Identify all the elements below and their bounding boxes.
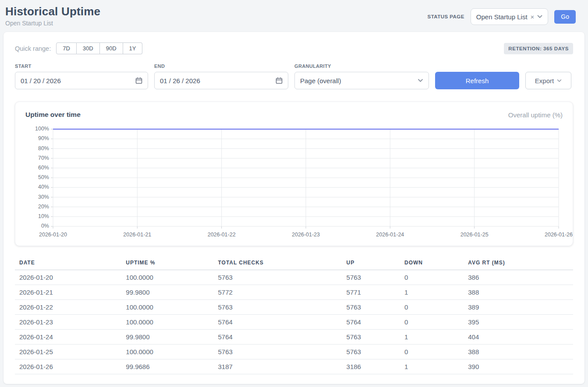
table-cell: 3186 (342, 359, 400, 374)
main-card: Quick range: 7D30D90D1Y RETENTION: 365 D… (4, 32, 584, 384)
table-cell: 99.9686 (121, 359, 213, 374)
table-row: 2026-01-22100.0000576357630389 (15, 300, 573, 315)
table-row: 2026-01-20100.0000576357630386 (15, 270, 573, 285)
table-cell: 100.0000 (121, 315, 213, 330)
svg-text:10%: 10% (38, 213, 49, 219)
chevron-down-icon (418, 79, 423, 82)
table-cell: 2026-01-23 (15, 315, 121, 330)
table-header-row: DATEUPTIME %TOTAL CHECKSUPDOWNAVG RT (MS… (15, 256, 573, 270)
svg-text:2026-01-22: 2026-01-22 (208, 232, 236, 238)
svg-text:100%: 100% (35, 126, 49, 132)
quick-range-30d[interactable]: 30D (77, 42, 100, 54)
table-cell: 5771 (342, 285, 400, 300)
uptime-chart-card: Uptime over time Overall uptime (%) 0%10… (15, 102, 573, 246)
table-cell: 2026-01-20 (15, 270, 121, 285)
table-cell: 395 (464, 315, 573, 330)
svg-text:2026-01-21: 2026-01-21 (123, 232, 151, 238)
table-cell: 5764 (342, 315, 400, 330)
page-title: Historical Uptime (5, 5, 100, 18)
start-date-field: START 01 / 20 / 2026 (15, 63, 148, 89)
calendar-icon[interactable] (135, 77, 142, 84)
table-cell: 2026-01-22 (15, 300, 121, 315)
granularity-selected-value: Page (overall) (300, 77, 341, 84)
header-controls: STATUS PAGE Open Startup List × Go (428, 8, 576, 25)
table-cell: 2026-01-24 (15, 330, 121, 345)
refresh-button[interactable]: Refresh (435, 72, 519, 89)
filters-row: START 01 / 20 / 2026 END 01 / 26 / 2026 … (15, 63, 573, 89)
quick-range-1y[interactable]: 1Y (123, 42, 143, 54)
svg-text:50%: 50% (38, 174, 49, 180)
granularity-label: GRANULARITY (294, 63, 429, 69)
quick-range-7d[interactable]: 7D (56, 42, 77, 54)
clear-selection-icon[interactable]: × (531, 14, 535, 20)
page-subtitle: Open Startup List (5, 20, 100, 27)
export-button[interactable]: Export (525, 72, 571, 89)
svg-text:2026-01-20: 2026-01-20 (39, 232, 67, 238)
retention-badge: RETENTION: 365 DAYS (504, 43, 573, 54)
table-cell: 5763 (342, 300, 400, 315)
table-cell: 1 (400, 285, 464, 300)
table-cell: 3187 (214, 359, 342, 374)
svg-text:20%: 20% (38, 204, 49, 210)
quick-range-label: Quick range: (15, 45, 51, 52)
table-cell: 389 (464, 300, 573, 315)
status-page-label: STATUS PAGE (428, 14, 464, 19)
column-header: AVG RT (MS) (464, 256, 573, 270)
end-date-field: END 01 / 26 / 2026 (154, 63, 288, 89)
table-row: 2026-01-25100.0000576357630388 (15, 345, 573, 359)
svg-text:2026-01-26: 2026-01-26 (545, 232, 573, 238)
table-cell: 388 (464, 345, 573, 359)
table-cell: 2026-01-26 (15, 359, 121, 374)
svg-text:30%: 30% (38, 194, 49, 200)
column-header: DATE (15, 256, 121, 270)
table-cell: 100.0000 (121, 345, 213, 359)
status-page-select[interactable]: Open Startup List × (471, 8, 549, 25)
column-header: TOTAL CHECKS (214, 256, 342, 270)
start-date-input[interactable]: 01 / 20 / 2026 (15, 72, 148, 89)
table-cell: 404 (464, 330, 573, 345)
granularity-field: GRANULARITY Page (overall) (294, 63, 429, 89)
uptime-table-body: 2026-01-20100.00005763576303862026-01-21… (15, 270, 573, 374)
table-cell: 1 (400, 330, 464, 345)
chevron-down-icon (557, 79, 562, 82)
start-date-label: START (15, 63, 148, 69)
table-cell: 5763 (214, 270, 342, 285)
uptime-table-header: DATEUPTIME %TOTAL CHECKSUPDOWNAVG RT (MS… (15, 256, 573, 270)
table-cell: 5764 (214, 315, 342, 330)
table-cell: 5763 (342, 270, 400, 285)
table-cell: 386 (464, 270, 573, 285)
table-cell: 100.0000 (121, 300, 213, 315)
chart-legend: Overall uptime (%) (508, 111, 563, 119)
uptime-table: DATEUPTIME %TOTAL CHECKSUPDOWNAVG RT (MS… (15, 256, 573, 374)
calendar-icon[interactable] (276, 77, 283, 84)
svg-text:2026-01-24: 2026-01-24 (376, 232, 404, 238)
chart-area: 0%10%20%30%40%50%60%70%80%90%100%2026-01… (25, 125, 563, 240)
svg-text:80%: 80% (38, 145, 49, 151)
go-button[interactable]: Go (554, 10, 576, 24)
table-row: 2026-01-23100.0000576457640395 (15, 315, 573, 330)
quick-range-90d[interactable]: 90D (100, 42, 123, 54)
table-row: 2026-01-2699.9686318731861390 (15, 359, 573, 374)
table-cell: 5763 (342, 330, 400, 345)
table-cell: 5764 (214, 330, 342, 345)
end-date-input[interactable]: 01 / 26 / 2026 (154, 72, 288, 89)
table-cell: 2026-01-25 (15, 345, 121, 359)
page-header: Historical Uptime Open Startup List STAT… (0, 0, 588, 31)
table-cell: 5763 (214, 300, 342, 315)
svg-text:40%: 40% (38, 184, 49, 190)
end-date-value: 01 / 26 / 2026 (160, 77, 200, 84)
quick-range-group: 7D30D90D1Y (56, 42, 142, 54)
table-cell: 0 (400, 300, 464, 315)
svg-text:2026-01-23: 2026-01-23 (292, 232, 320, 238)
granularity-select[interactable]: Page (overall) (294, 72, 429, 89)
table-row: 2026-01-2499.9800576457631404 (15, 330, 573, 345)
svg-text:2026-01-25: 2026-01-25 (460, 232, 489, 238)
table-cell: 5763 (342, 345, 400, 359)
table-cell: 390 (464, 359, 573, 374)
table-cell: 2026-01-21 (15, 285, 121, 300)
table-cell: 100.0000 (121, 270, 213, 285)
svg-text:70%: 70% (38, 155, 49, 161)
table-cell: 0 (400, 270, 464, 285)
uptime-line-chart: 0%10%20%30%40%50%60%70%80%90%100%2026-01… (25, 125, 563, 240)
table-cell: 5763 (214, 345, 342, 359)
